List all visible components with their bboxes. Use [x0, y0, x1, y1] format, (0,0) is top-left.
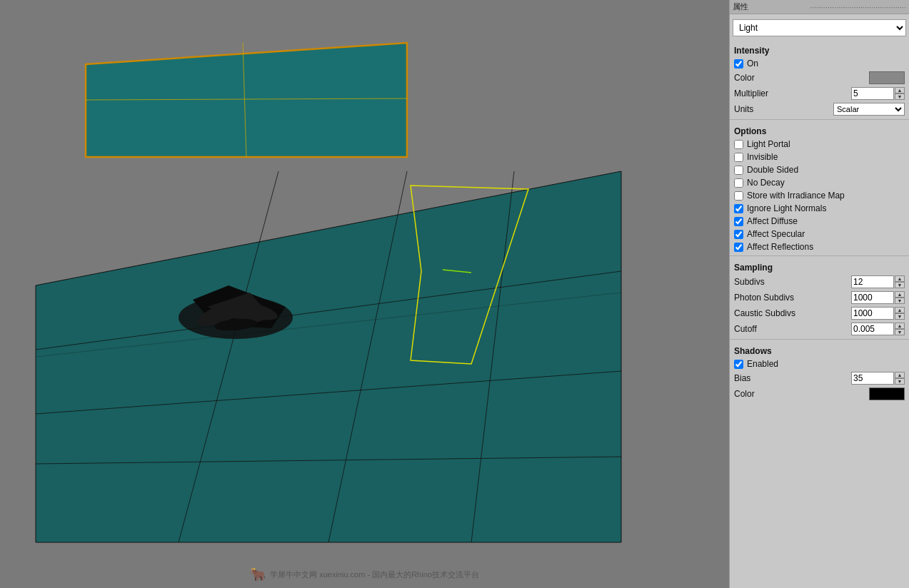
- intensity-on-checkbox[interactable]: [734, 59, 743, 69]
- subdivs-down[interactable]: ▼: [895, 282, 905, 288]
- cutoff-up[interactable]: ▲: [895, 323, 905, 329]
- bias-row: Bias ▲ ▼: [730, 370, 909, 386]
- affect-reflections-label: Affect Reflections: [747, 242, 813, 252]
- subdivs-input[interactable]: [851, 275, 894, 288]
- shadows-section-label: Shadows: [730, 342, 909, 358]
- ignore-normals-checkbox[interactable]: [734, 204, 743, 213]
- caustic-subdivs-input[interactable]: [851, 307, 894, 320]
- ignore-normals-row: Ignore Light Normals: [730, 202, 909, 215]
- store-irradiance-checkbox[interactable]: [734, 191, 743, 201]
- panel-header: 属性 ·····································…: [730, 0, 909, 14]
- no-decay-checkbox[interactable]: [734, 178, 743, 188]
- double-sided-label: Double Sided: [747, 165, 798, 175]
- bias-down[interactable]: ▼: [895, 378, 905, 385]
- store-irradiance-row: Store with Irradiance Map: [730, 189, 909, 202]
- subdivs-spinner[interactable]: ▲ ▼: [895, 275, 905, 288]
- intensity-color-swatch[interactable]: [869, 71, 905, 84]
- cutoff-row: Cutoff ▲ ▼: [730, 321, 909, 337]
- watermark: 🐂 学犀牛中文网 xuexiniu.com - 国内最大的Rhino技术交流平台: [250, 567, 479, 582]
- svg-marker-0: [36, 171, 621, 542]
- units-label: Units: [734, 104, 830, 114]
- multiplier-label: Multiplier: [734, 88, 848, 98]
- bias-up[interactable]: ▲: [895, 372, 905, 378]
- multiplier-spinner[interactable]: ▲ ▼: [895, 87, 905, 100]
- photon-subdivs-input[interactable]: [851, 291, 894, 304]
- double-sided-row: Double Sided: [730, 163, 909, 176]
- affect-diffuse-label: Affect Diffuse: [747, 216, 798, 226]
- options-section-label: Options: [730, 122, 909, 138]
- invisible-row: Invisible: [730, 151, 909, 163]
- photon-subdivs-up[interactable]: ▲: [895, 291, 905, 298]
- multiplier-up[interactable]: ▲: [895, 87, 905, 93]
- shadows-enabled-label: Enabled: [747, 359, 778, 369]
- intensity-color-label: Color: [734, 73, 866, 83]
- photon-subdivs-spinner[interactable]: ▲ ▼: [895, 291, 905, 304]
- watermark-text: 学犀牛中文网 xuexiniu.com - 国内最大的Rhino技术交流平台: [270, 569, 479, 580]
- multiplier-down[interactable]: ▼: [895, 93, 905, 100]
- invisible-label: Invisible: [747, 152, 778, 162]
- affect-reflections-checkbox[interactable]: [734, 243, 743, 252]
- cutoff-spinner[interactable]: ▲ ▼: [895, 323, 905, 335]
- scene-svg: [0, 0, 729, 588]
- ignore-normals-label: Ignore Light Normals: [747, 203, 826, 213]
- shadow-color-swatch[interactable]: [869, 387, 905, 400]
- double-sided-checkbox[interactable]: [734, 166, 743, 175]
- light-portal-row: Light Portal: [730, 138, 909, 151]
- units-row: Units Scalar Lumens lm/m2/sr: [730, 101, 909, 117]
- bias-input[interactable]: [851, 372, 894, 385]
- cutoff-down[interactable]: ▼: [895, 329, 905, 335]
- light-portal-label: Light Portal: [747, 139, 790, 149]
- subdivs-up[interactable]: ▲: [895, 275, 905, 282]
- no-decay-row: No Decay: [730, 176, 909, 189]
- panel-dots: ········································…: [810, 3, 906, 11]
- store-irradiance-label: Store with Irradiance Map: [747, 191, 845, 201]
- bias-label: Bias: [734, 373, 848, 383]
- caustic-subdivs-row: Caustic Subdivs ▲ ▼: [730, 305, 909, 321]
- cutoff-input[interactable]: [851, 323, 894, 335]
- intensity-section-label: Intensity: [730, 41, 909, 57]
- affect-reflections-row: Affect Reflections: [730, 240, 909, 253]
- affect-specular-label: Affect Specular: [747, 229, 805, 239]
- shadows-enabled-checkbox[interactable]: [734, 360, 743, 369]
- multiplier-input[interactable]: 5: [851, 87, 894, 100]
- photon-subdivs-label: Photon Subdivs: [734, 293, 848, 303]
- affect-diffuse-checkbox[interactable]: [734, 217, 743, 226]
- panel-header-title: 属性: [733, 1, 748, 12]
- light-portal-checkbox[interactable]: [734, 140, 743, 149]
- affect-diffuse-row: Affect Diffuse: [730, 215, 909, 228]
- type-dropdown[interactable]: Light: [733, 19, 906, 36]
- intensity-on-row: On: [730, 57, 909, 70]
- photon-subdivs-row: Photon Subdivs ▲ ▼: [730, 290, 909, 305]
- cutoff-label: Cutoff: [734, 324, 848, 334]
- subdivs-label: Subdivs: [734, 277, 848, 287]
- intensity-color-row: Color: [730, 70, 909, 86]
- caustic-subdivs-down[interactable]: ▼: [895, 313, 905, 320]
- properties-panel: 属性 ·····································…: [729, 0, 909, 588]
- caustic-subdivs-up[interactable]: ▲: [895, 307, 905, 313]
- affect-specular-row: Affect Specular: [730, 228, 909, 240]
- intensity-on-label: On: [747, 59, 758, 69]
- multiplier-row: Multiplier 5 ▲ ▼: [730, 86, 909, 101]
- no-decay-label: No Decay: [747, 178, 785, 188]
- shadows-enabled-row: Enabled: [730, 358, 909, 370]
- units-select[interactable]: Scalar Lumens lm/m2/sr: [833, 103, 905, 116]
- affect-specular-checkbox[interactable]: [734, 230, 743, 239]
- subdivs-row: Subdivs ▲ ▼: [730, 274, 909, 290]
- sampling-section-label: Sampling: [730, 258, 909, 274]
- caustic-subdivs-spinner[interactable]: ▲ ▼: [895, 307, 905, 320]
- viewport[interactable]: 🐂 学犀牛中文网 xuexiniu.com - 国内最大的Rhino技术交流平台: [0, 0, 729, 588]
- shadow-color-label: Color: [734, 389, 866, 399]
- bias-spinner[interactable]: ▲ ▼: [895, 372, 905, 385]
- shadow-color-row: Color: [730, 386, 909, 402]
- photon-subdivs-down[interactable]: ▼: [895, 298, 905, 304]
- caustic-subdivs-label: Caustic Subdivs: [734, 308, 848, 318]
- invisible-checkbox[interactable]: [734, 153, 743, 162]
